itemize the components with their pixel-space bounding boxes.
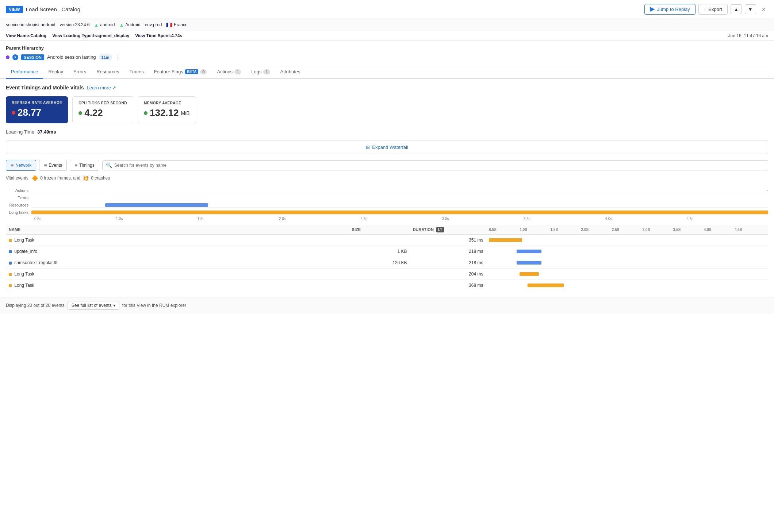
header-title: Load Screen Catalog <box>26 6 80 12</box>
export-icon: ↑ <box>704 7 706 12</box>
frozen-icon: 🔶 <box>32 175 38 181</box>
tab-attributes[interactable]: Attributes <box>275 65 306 79</box>
axis-tick-2: 1.5s <box>198 217 279 221</box>
up-button[interactable]: ▲ <box>731 4 742 14</box>
taxis-7: 4.0s <box>704 228 735 232</box>
table-row: crimsontext_regular.ttf 126 KB 218 ms <box>6 257 768 269</box>
chart-label-resources: Resources <box>6 203 31 207</box>
row-duration: 368 ms <box>410 280 486 291</box>
jump-to-replay-button[interactable]: Jump to Replay <box>644 4 696 15</box>
row-name: Long Task <box>6 269 349 280</box>
filter-icon-events: ≡ <box>44 162 47 168</box>
learn-more-link[interactable]: Learn more ↗ <box>87 85 116 90</box>
row-duration: 351 ms <box>410 234 486 246</box>
tab-replay[interactable]: Replay <box>43 65 68 79</box>
taxis-8: 4.5s <box>735 228 765 232</box>
more-options-icon[interactable]: ⋮ <box>115 54 121 61</box>
row-bar <box>517 261 541 265</box>
row-name: update_info <box>6 246 349 257</box>
tab-feature-flags[interactable]: Feature Flags BETA 0 <box>149 65 212 79</box>
platform-tag: ▲ android <box>94 22 115 28</box>
chart-row-longtasks: Long tasks <box>6 209 768 216</box>
green-dot-cpu <box>78 111 82 115</box>
table-row: Long Task 204 ms <box>6 269 768 280</box>
table-row: Long Task 368 ms <box>6 280 768 291</box>
resources-bar <box>105 203 208 207</box>
row-color-icon <box>9 262 12 265</box>
env-tag: env:prod <box>145 22 162 27</box>
header: VIEW Load Screen Catalog Jump to Replay … <box>0 0 774 19</box>
tab-errors[interactable]: Errors <box>68 65 91 79</box>
taxis-4: 2.5s <box>612 228 643 232</box>
row-duration: 218 ms <box>410 246 486 257</box>
row-bar-cell <box>486 280 768 291</box>
row-bar-wrap <box>489 260 765 266</box>
footer-suffix: for this View in the RUM explorer <box>122 303 186 308</box>
tab-resources[interactable]: Resources <box>91 65 124 79</box>
row-duration: 218 ms <box>410 257 486 269</box>
hierarchy-row: SESSION Android session lasting 11m ⋮ <box>6 54 768 61</box>
row-name: Long Task <box>6 280 349 291</box>
longtasks-bar <box>31 211 768 214</box>
axis-tick-4: 2.5s <box>360 217 442 221</box>
col-size: SIZE <box>349 225 410 234</box>
time-spent-item: View Time Spent:4.74s <box>135 33 182 38</box>
row-size <box>349 280 410 291</box>
beta-badge: BETA <box>185 69 198 74</box>
android-icon2: ▲ <box>119 22 124 28</box>
down-button[interactable]: ▼ <box>745 4 756 14</box>
session-play-icon <box>12 54 18 60</box>
info-row: View Name:Catalog View Loading Type:frag… <box>0 31 774 41</box>
chart-content-resources <box>31 203 768 208</box>
crash-icon: 💥 <box>83 175 89 181</box>
chart-label-actions: Actions <box>6 188 31 193</box>
memory-label: MEMORY AVERAGE <box>144 101 190 105</box>
taxis-6: 3.5s <box>673 228 704 232</box>
table-axis: 0.5s 1.0s 1.5s 2.0s 2.5s 3.0s 3.5s 4.0s … <box>489 228 765 232</box>
expand-waterfall-button[interactable]: ⊞ Expand Waterfall <box>6 140 768 154</box>
taxis-1: 1.0s <box>520 228 550 232</box>
chart-label-longtasks: Long tasks <box>6 210 31 215</box>
timestamp: Jun 16, 11:47:16 am <box>728 33 768 38</box>
tab-performance[interactable]: Performance <box>6 65 43 79</box>
chart-axis: 0.5s 1.0s 1.5s 2.0s 2.5s 3.0s 3.5s 4.0s … <box>6 217 768 221</box>
search-input[interactable] <box>102 160 768 170</box>
platform2-tag: ▲ Android <box>119 22 140 28</box>
chart-content-longtasks <box>31 210 768 215</box>
row-bar <box>520 272 539 276</box>
row-color-icon <box>9 273 12 276</box>
export-button[interactable]: ↑ Export <box>698 4 728 15</box>
vital-events-row: Vital events: 🔶 0 frozen frames, and 💥 0… <box>6 175 768 181</box>
row-bar <box>489 238 522 242</box>
row-bar-cell <box>486 246 768 257</box>
col-name: NAME <box>6 225 349 234</box>
search-icon: 🔍 <box>106 162 112 168</box>
vitals-section-title: Event Timings and Mobile Vitals Learn mo… <box>6 85 768 90</box>
meta-row: service:io.shopist.android version:23.24… <box>0 19 774 31</box>
loading-time-row: Loading Time 37.49ms <box>6 129 768 135</box>
timings-filter-button[interactable]: ≡ Timings <box>70 160 99 171</box>
row-duration: 204 ms <box>410 269 486 280</box>
tab-traces[interactable]: Traces <box>124 65 149 79</box>
col-timeline: 0.5s 1.0s 1.5s 2.0s 2.5s 3.0s 3.5s 4.0s … <box>486 225 768 234</box>
row-bar-wrap <box>489 282 765 288</box>
row-bar <box>528 284 563 287</box>
session-desc: Android session lasting <box>47 54 96 60</box>
view-name-item: View Name:Catalog <box>6 33 46 38</box>
tab-actions[interactable]: Actions 1 <box>212 65 246 79</box>
row-bar-cell <box>486 269 768 280</box>
close-button[interactable]: × <box>759 4 768 15</box>
flag-icon: 🇫🇷 <box>166 22 172 28</box>
row-name: Long Task <box>6 234 349 246</box>
tab-logs[interactable]: Logs 1 <box>246 65 275 79</box>
events-filter-button[interactable]: ≡ Events <box>39 160 67 171</box>
feature-flags-count: 0 <box>200 69 207 74</box>
lt-badge: LT <box>436 227 444 232</box>
network-filter-button[interactable]: ≡ Network <box>6 160 36 171</box>
play-icon <box>650 7 655 12</box>
chart-content-errors <box>31 195 768 200</box>
hierarchy-section: Parent Hierarchy SESSION Android session… <box>0 41 774 65</box>
chart-row-errors: Errors <box>6 194 768 201</box>
search-input-wrap: 🔍 <box>102 160 768 170</box>
see-full-list-button[interactable]: See full list of events ▾ <box>68 301 119 310</box>
